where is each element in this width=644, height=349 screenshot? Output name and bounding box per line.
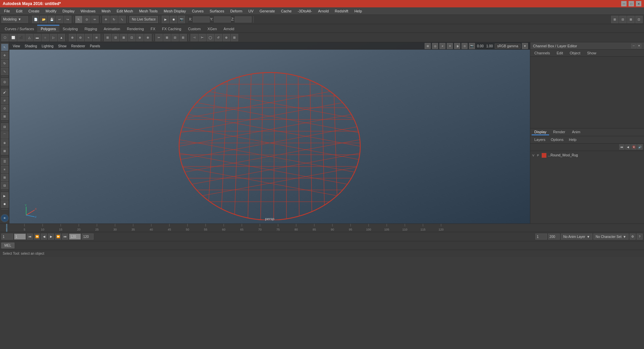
scale-tool[interactable]: ⤡ [118,16,126,23]
poly-torus[interactable]: ○ [42,34,49,41]
poly-sphere[interactable]: ⬡ [1,34,9,41]
x-field[interactable] [193,16,210,22]
rotate-tool-left[interactable]: ↻ [1,60,8,67]
no-anim-layer-dropdown[interactable]: No Anim Layer ▼ [561,234,592,240]
paint-tool[interactable]: ✏ [91,16,99,23]
help-btn-2[interactable]: ? [637,234,643,240]
timeline-area[interactable]: 1 5 10 15 20 25 30 35 40 45 50 55 60 [0,223,644,232]
menu-display[interactable]: Display [60,8,77,14]
layer-tab-layers[interactable]: Layers [533,137,547,142]
snapshot-button[interactable]: 📷 [178,16,185,23]
menu-surfaces[interactable]: Surfaces [207,8,227,14]
snap-point[interactable]: ⊕ [1,139,8,147]
menu-generate[interactable]: Generate [257,8,278,14]
tab-fx-caching[interactable]: FX Caching [159,25,184,32]
step-fwd-btn[interactable]: ⏩ [55,234,61,240]
lasso-left[interactable]: ⊙ [1,105,8,112]
select-tool-left[interactable]: ↖ [1,44,8,51]
tab-animation[interactable]: Animation [100,25,123,32]
tab-xgen[interactable]: XGen [204,25,220,32]
vp-menu-shading[interactable]: Shading [23,44,39,49]
poly-cube[interactable]: ⬜ [9,34,17,41]
poly-plane[interactable]: ▬ [34,34,41,41]
poly-target-weld[interactable]: ⊗ [144,34,152,41]
layer-tab-options[interactable]: Options [549,137,565,142]
marquee-left[interactable]: ⊞ [1,113,8,120]
open-scene-button[interactable]: 📂 [40,16,47,23]
ao-btn[interactable]: ⊙ [462,43,468,49]
go-end-btn[interactable]: ⏭ [62,234,68,240]
y-field[interactable] [214,16,231,22]
poly-merge[interactable]: ⊕ [136,34,144,41]
menu-mesh-tools[interactable]: Mesh Tools [137,8,160,14]
mel-tab[interactable]: MEL [1,243,14,248]
menu-file[interactable]: File [1,8,13,14]
smooth-btn[interactable]: ◎ [432,43,438,49]
dt-tab-anim[interactable]: Anim [569,129,583,135]
poly-smooth[interactable]: ≈ [85,34,92,41]
undo-button[interactable]: ↩ [56,16,63,23]
select-tool[interactable]: ↖ [75,16,83,23]
menu-cache[interactable]: Cache [278,8,294,14]
vp-menu-show[interactable]: Show [57,44,68,49]
lasso-tool[interactable]: ⊙ [83,16,91,23]
save-scene-button[interactable]: 💾 [48,16,55,23]
attr-editor-left[interactable]: ⊞ [1,174,8,181]
new-scene-button[interactable]: 📄 [32,16,39,23]
cb-close[interactable]: ✕ [637,44,641,48]
vp-menu-view[interactable]: View [11,44,21,49]
pref-btn[interactable]: ⚙ [630,234,636,240]
layer-mute-btn[interactable]: 🔇 [631,144,637,150]
snap-grid[interactable]: ⊟ [1,123,8,131]
tab-polygons[interactable]: Polygons [37,25,59,32]
poly-prism[interactable]: ▷ [50,34,57,41]
char-set-dropdown[interactable]: No Character Set ▼ [593,234,629,240]
cb-tab-edit[interactable]: Edit [554,50,566,56]
menu-redshift[interactable]: Redshift [332,8,351,14]
ui-btn-4[interactable]: ⊡ [635,16,643,23]
no-live-surface-button[interactable]: No Live Surface [129,16,158,23]
poly-combine[interactable]: ⊕ [69,34,76,41]
menu-help[interactable]: Help [352,8,365,14]
menu-curves[interactable]: Curves [189,8,206,14]
menu-modify[interactable]: Modify [43,8,59,14]
play-fwd-btn[interactable]: ▶ [48,234,54,240]
ui-btn-2[interactable]: ⊟ [619,16,627,23]
dt-tab-display[interactable]: Display [532,129,549,135]
vp-menu-panels[interactable]: Panels [89,44,102,49]
poly-circularize[interactable]: ◯ [207,34,214,41]
tab-arnold[interactable]: Arnold [220,25,238,32]
layer-solo-btn[interactable]: 🔊 [637,144,643,150]
poly-mirror[interactable]: ⊣ [191,34,198,41]
poly-cyl[interactable]: ⬛ [17,34,25,41]
soft-select[interactable]: ◎ [1,78,8,86]
gamma-dropdown[interactable]: ▼ [522,43,528,49]
cb-tab-channels[interactable]: Channels [532,50,552,56]
scale-tool-left[interactable]: ⤡ [1,68,8,75]
poly-cut[interactable]: ✂ [155,34,163,41]
redo-button[interactable]: ↪ [64,16,71,23]
poly-avg[interactable]: ≋ [93,34,100,41]
snap-curve[interactable]: ⌒ [1,131,8,139]
poly-cone[interactable]: △ [25,34,33,41]
tab-rendering[interactable]: Rendering [123,25,147,32]
range-start-field[interactable] [14,234,26,240]
layer-editor[interactable]: ☰ [1,158,8,165]
workspace-dropdown[interactable]: Modeling ▼ [1,16,28,23]
menu-uv[interactable]: UV [246,8,256,14]
paint-skin[interactable]: 🖌 [1,89,8,96]
rotate-tool[interactable]: ↻ [110,16,118,23]
layer-tab-help[interactable]: Help [568,137,578,142]
time-end-input[interactable] [548,234,560,240]
ipr-button[interactable]: ⏺ [170,16,177,23]
dt-tab-render[interactable]: Render [550,129,568,135]
time-start-input[interactable] [535,234,547,240]
poly-pyramid[interactable]: ▲ [58,34,65,41]
poly-separate[interactable]: ⊖ [77,34,84,41]
camera-icon[interactable]: 👁 [1,214,9,222]
poly-fill-hole[interactable]: ⊡ [128,34,136,41]
maximize-button[interactable]: □ [629,1,634,6]
cb-tab-show[interactable]: Show [584,50,599,56]
menu-3dtall[interactable]: -3DtoAll- [295,8,315,14]
channel-box-left[interactable]: ≡ [1,166,8,173]
